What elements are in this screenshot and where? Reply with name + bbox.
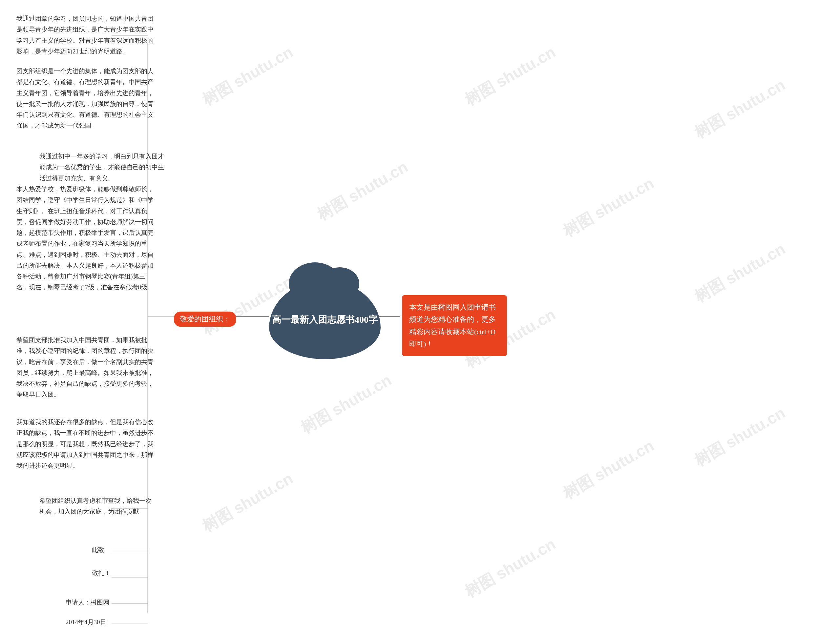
- text-block-4-content: 本人热爱学校，热爱班级体，能够做到尊敬师长，团结同学，遵守《中学生日常行为规范》…: [16, 186, 153, 291]
- callout-box: 本文是由树图网入团申请书频道为您精心准备的，更多精彩内容请收藏本站(ctrl+D…: [402, 295, 507, 356]
- text-block-1: 我通过团章的学习，团员同志的，知道中国共青团是领导青少年的先进组织，是广大青少年…: [16, 13, 154, 57]
- text-block-7: 希望团组织认真考虑和审查我，给我一次机会，加入团的大家庭，为团作贡献。: [39, 495, 158, 517]
- text-block-6-content: 我知道我的我还存在很多的缺点，但是我有信心改正我的缺点，我一直在不断的进步中，虽…: [16, 419, 153, 469]
- text-block-2: 团支部组织是一个先进的集体，能成为团支部的人都是有文化、有道德、有理想的新青年。…: [16, 66, 154, 131]
- text-block-5-content: 希望团支部批准我加入中国共青团，如果我被批准，我发心遵守团的纪律，团的章程，执行…: [16, 337, 153, 398]
- closing-jingli: 敬礼！: [92, 567, 111, 578]
- text-block-5: 希望团支部批准我加入中国共青团，如果我被批准，我发心遵守团的纪律，团的章程，执行…: [16, 335, 154, 400]
- branch-label: 敬爱的团组织：: [174, 312, 236, 327]
- mind-map-title: 高一最新入团志愿书400字: [272, 313, 378, 327]
- watermark-6: 树图 shutu.cn: [461, 42, 559, 110]
- text-block-3-content: 我通过初中一年多的学习，明白到只有入团才能成为一名优秀的学生，才能使自己的初中生…: [39, 153, 164, 182]
- watermark-9: 树图 shutu.cn: [559, 435, 658, 504]
- text-block-3: 我通过初中一年多的学习，明白到只有入团才能成为一名优秀的学生，才能使自己的初中生…: [39, 151, 164, 184]
- closing-cizheng: 此致: [92, 545, 104, 555]
- watermark-7: 树图 shutu.cn: [559, 173, 658, 242]
- closing-date: 2014年4月30日: [66, 617, 106, 627]
- branch-label-text: 敬爱的团组织：: [180, 315, 231, 323]
- text-block-7-content: 希望团组织认真考虑和审查我，给我一次机会，加入团的大家庭，为团作贡献。: [39, 497, 152, 515]
- mind-map-center: 高一最新入团志愿书400字: [269, 280, 381, 359]
- text-block-4: 本人热爱学校，热爱班级体，能够做到尊敬师长，团结同学，遵守《中学生日常行为规范》…: [16, 184, 154, 293]
- watermark-4: 树图 shutu.cn: [297, 370, 395, 439]
- watermark-13: 树图 shutu.cn: [691, 402, 789, 471]
- text-block-6: 我知道我的我还存在很多的缺点，但是我有信心改正我的缺点，我一直在不断的进步中，虽…: [16, 417, 154, 471]
- watermark-2: 树图 shutu.cn: [313, 156, 412, 225]
- watermark-5: 树图 shutu.cn: [199, 468, 297, 537]
- watermark-1: 树图 shutu.cn: [199, 42, 297, 110]
- callout-text: 本文是由树图网入团申请书频道为您精心准备的，更多精彩内容请收藏本站(ctrl+D…: [409, 303, 496, 348]
- text-block-1-content: 我通过团章的学习，团员同志的，知道中国共青团是领导青少年的先进组织，是广大青少年…: [16, 15, 153, 55]
- watermark-12: 树图 shutu.cn: [691, 238, 789, 307]
- watermark-10: 树图 shutu.cn: [461, 534, 559, 603]
- text-block-2-content: 团支部组织是一个先进的集体，能成为团支部的人都是有文化、有道德、有理想的新青年。…: [16, 68, 153, 129]
- watermark-11: 树图 shutu.cn: [691, 74, 789, 143]
- closing-applicant: 申请人：树图网: [66, 597, 109, 608]
